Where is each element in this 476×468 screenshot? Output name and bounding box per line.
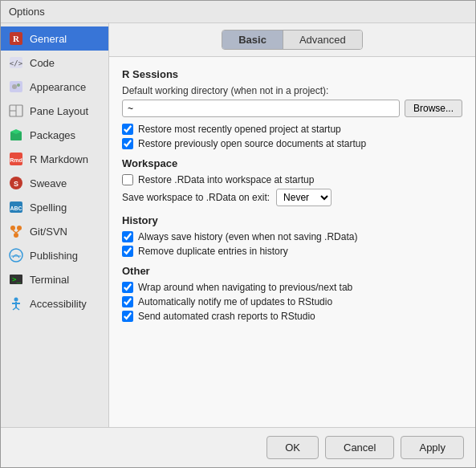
dialog-title: Options [9, 6, 45, 18]
footer: OK Cancel Apply [1, 427, 475, 467]
apply-button[interactable]: Apply [401, 436, 464, 459]
general-icon: R [9, 31, 23, 46]
ok-button[interactable]: OK [266, 436, 319, 459]
dir-row: Browse... [122, 100, 462, 117]
accessibility-icon [9, 296, 23, 311]
cb-always-save-history-label: Always save history (even when not savin… [138, 231, 357, 242]
tab-advanced[interactable]: Advanced [283, 31, 362, 49]
sidebar-item-sweave[interactable]: S Sweave [1, 171, 108, 195]
content-area: R General </> Code [1, 23, 475, 427]
save-workspace-select[interactable]: Never Always Ask [276, 189, 332, 206]
sidebar-label-packages: Packages [30, 129, 75, 141]
svg-line-22 [16, 230, 19, 233]
cb-restore-source-label: Restore previously open source documents… [138, 138, 366, 149]
publishing-icon [9, 248, 23, 262]
options-dialog: Options R General </> [0, 0, 476, 468]
sweave-icon: S [9, 176, 23, 190]
svg-text:>_: >_ [12, 275, 21, 283]
sidebar-item-accessibility[interactable]: Accessibility [1, 291, 108, 315]
svg-text:</>: </> [10, 59, 23, 67]
save-workspace-row: Save workspace to .RData on exit: Never … [122, 189, 462, 206]
sidebar-label-general: General [30, 33, 67, 45]
terminal-icon: >_ [9, 272, 23, 287]
svg-text:Rmd: Rmd [10, 157, 22, 163]
sidebar-label-pane-layout: Pane Layout [30, 105, 88, 117]
cb-remove-duplicates-input[interactable] [122, 246, 133, 257]
cb-crash-reports: Send automated crash reports to RStudio [122, 311, 462, 322]
sidebar-item-pane-layout[interactable]: Pane Layout [1, 99, 108, 123]
sidebar: R General </> Code [1, 23, 109, 427]
svg-point-6 [17, 83, 20, 87]
main-panel: Basic Advanced R Sessions Default workin… [109, 23, 475, 427]
packages-icon [9, 128, 23, 142]
sidebar-label-publishing: Publishing [30, 250, 78, 262]
sidebar-item-r-markdown[interactable]: Rmd R Markdown [1, 147, 108, 171]
cb-wrap-around-label: Wrap around when navigating to previous/… [138, 282, 352, 293]
tab-basic[interactable]: Basic [222, 31, 283, 49]
sidebar-label-spelling: Spelling [30, 201, 67, 214]
svg-line-30 [13, 307, 16, 310]
cb-crash-reports-input[interactable] [122, 311, 133, 322]
cb-always-save-history-input[interactable] [122, 231, 133, 242]
dir-input[interactable] [122, 100, 400, 117]
sidebar-label-code: Code [30, 57, 55, 69]
cb-restore-rdata-input[interactable] [122, 174, 133, 185]
cb-notify-updates-input[interactable] [122, 296, 133, 307]
svg-text:ABC: ABC [10, 206, 22, 211]
cb-always-save-history: Always save history (even when not savin… [122, 231, 462, 242]
sidebar-label-terminal: Terminal [30, 274, 69, 286]
svg-line-31 [16, 307, 19, 310]
sidebar-item-git-svn[interactable]: Git/SVN [1, 219, 108, 243]
cb-remove-duplicates-label: Remove duplicate entries in history [138, 246, 288, 257]
section-r-sessions: R Sessions [122, 68, 462, 80]
section-history: History [122, 214, 462, 226]
sidebar-item-appearance[interactable]: Appearance [1, 75, 108, 99]
sidebar-label-sweave: Sweave [30, 177, 67, 189]
code-icon: </> [9, 55, 23, 70]
cb-wrap-around-input[interactable] [122, 282, 133, 293]
sidebar-item-general[interactable]: R General [1, 26, 108, 51]
cb-restore-project: Restore most recently opened project at … [122, 124, 462, 135]
svg-text:R: R [13, 34, 20, 43]
sidebar-item-terminal[interactable]: >_ Terminal [1, 267, 108, 291]
save-workspace-label: Save workspace to .RData on exit: [122, 192, 270, 203]
sidebar-item-packages[interactable]: Packages [1, 123, 108, 147]
cb-remove-duplicates: Remove duplicate entries in history [122, 246, 462, 257]
git-svn-icon [9, 224, 23, 238]
svg-line-21 [13, 230, 16, 233]
sidebar-item-publishing[interactable]: Publishing [1, 243, 108, 267]
sidebar-item-code[interactable]: </> Code [1, 51, 108, 75]
cb-restore-source-input[interactable] [122, 138, 133, 149]
cb-restore-source: Restore previously open source documents… [122, 138, 462, 149]
sidebar-label-appearance: Appearance [30, 81, 86, 93]
tab-group: Basic Advanced [222, 30, 363, 50]
svg-point-18 [10, 226, 15, 230]
sidebar-label-accessibility: Accessibility [30, 298, 87, 310]
section-workspace: Workspace [122, 157, 462, 169]
cb-restore-project-input[interactable] [122, 124, 133, 135]
cb-crash-reports-label: Send automated crash reports to RStudio [138, 311, 315, 322]
browse-button[interactable]: Browse... [405, 100, 462, 117]
cb-notify-updates-label: Automatically notify me of updates to RS… [138, 296, 332, 307]
svg-text:S: S [14, 180, 18, 188]
cb-restore-project-label: Restore most recently opened project at … [138, 124, 341, 135]
cb-restore-rdata-label: Restore .RData into workspace at startup [138, 174, 314, 185]
cb-restore-rdata: Restore .RData into workspace at startup [122, 174, 462, 185]
sidebar-label-r-markdown: R Markdown [30, 153, 88, 165]
sidebar-item-spelling[interactable]: ABC Spelling [1, 195, 108, 219]
svg-point-20 [14, 233, 18, 238]
dir-label: Default working directory (when not in a… [122, 85, 462, 96]
cb-notify-updates: Automatically notify me of updates to RS… [122, 296, 462, 307]
settings-area: R Sessions Default working directory (wh… [109, 57, 475, 427]
tab-bar: Basic Advanced [109, 23, 475, 57]
r-markdown-icon: Rmd [9, 152, 23, 166]
section-other: Other [122, 265, 462, 277]
title-bar: Options [1, 1, 475, 23]
svg-point-19 [17, 226, 22, 230]
svg-point-27 [14, 298, 18, 302]
cb-wrap-around: Wrap around when navigating to previous/… [122, 282, 462, 293]
svg-point-5 [12, 84, 17, 89]
pane-layout-icon [9, 104, 23, 118]
spelling-icon: ABC [9, 200, 23, 214]
cancel-button[interactable]: Cancel [325, 436, 394, 459]
